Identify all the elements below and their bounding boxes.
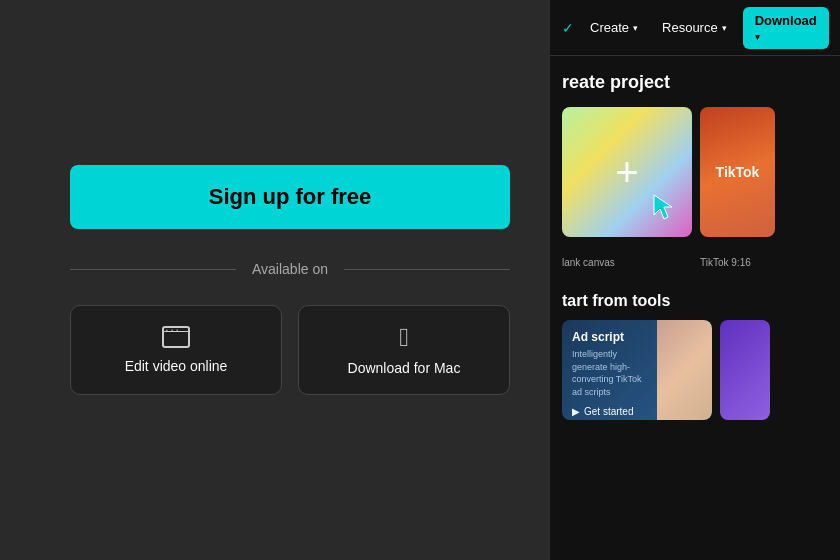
get-started-icon: ▶	[572, 406, 580, 417]
right-content: reate project + TikTok lank canvas	[550, 56, 840, 436]
available-on-text: Available on	[236, 261, 344, 277]
card-labels: lank canvas TikTok 9:16	[562, 257, 828, 268]
nav-resource-label: Resource	[662, 20, 718, 35]
tool-card-title: Ad script	[572, 330, 647, 344]
navbar: ✓ Create ▾ Resource ▾ Download ▾	[550, 0, 840, 56]
nav-checkmark: ✓	[562, 20, 574, 36]
create-project-title: reate project	[562, 72, 828, 93]
nav-create-label: Create	[590, 20, 629, 35]
download-mac-button[interactable]:  Download for Mac	[298, 305, 510, 395]
left-panel: Sign up for free Available on Edit video…	[0, 0, 580, 560]
ad-script-tool-card[interactable]: Ad script Intelligently generate high-co…	[562, 320, 712, 420]
svg-marker-0	[654, 195, 672, 219]
nav-resource-chevron: ▾	[722, 23, 727, 33]
download-mac-label: Download for Mac	[348, 360, 461, 376]
cursor-indicator	[652, 193, 682, 227]
tool-card-image	[657, 320, 712, 420]
tiktok-logo-icon: TikTok	[716, 164, 760, 180]
divider-line-left	[70, 269, 236, 270]
second-tool-card[interactable]	[720, 320, 770, 420]
download-nav-button[interactable]: Download ▾	[743, 7, 829, 49]
tiktok-card-inner: TikTok	[700, 107, 775, 237]
tiktok-card[interactable]: TikTok	[700, 107, 775, 237]
nav-create-chevron: ▾	[633, 23, 638, 33]
available-on-divider: Available on	[70, 261, 510, 277]
download-nav-label: Download	[755, 13, 817, 28]
divider-line-right	[344, 269, 510, 270]
nav-create[interactable]: Create ▾	[582, 16, 646, 39]
get-started-label: Get started	[584, 406, 633, 417]
right-panel: ✓ Create ▾ Resource ▾ Download ▾ reate p…	[550, 0, 840, 560]
start-tools-title: tart from tools	[562, 292, 828, 310]
get-started-button[interactable]: ▶ Get started	[572, 406, 647, 417]
blank-canvas-label: lank canvas	[562, 257, 692, 268]
apple-icon: 	[399, 324, 409, 350]
download-nav-chevron: ▾	[755, 32, 760, 42]
project-cards: + TikTok	[562, 107, 828, 237]
platform-buttons: Edit video online  Download for Mac	[70, 305, 510, 395]
tiktok-card-label: TikTok 9:16	[700, 257, 751, 268]
tools-row: Ad script Intelligently generate high-co…	[562, 320, 828, 420]
tool-card-description: Intelligently generate high-converting T…	[572, 348, 647, 398]
edit-online-label: Edit video online	[125, 358, 228, 374]
browser-icon	[162, 326, 190, 348]
blank-canvas-card[interactable]: +	[562, 107, 692, 237]
edit-online-button[interactable]: Edit video online	[70, 305, 282, 395]
nav-resource[interactable]: Resource ▾	[654, 16, 735, 39]
plus-icon: +	[615, 152, 638, 192]
signup-button[interactable]: Sign up for free	[70, 165, 510, 229]
